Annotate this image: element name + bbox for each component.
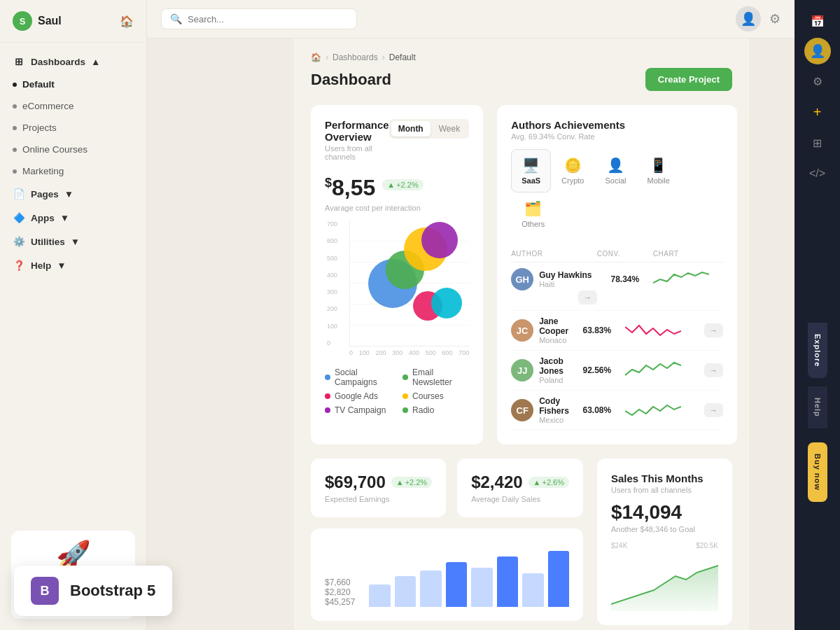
view-btn-guy[interactable]: → xyxy=(511,290,597,304)
sales-area-chart xyxy=(611,555,718,611)
search-input[interactable] xyxy=(294,14,348,24)
bar-chart xyxy=(369,551,569,607)
sidebar-nav: ⊞ Dashboards ▲ Default eCommerce Project… xyxy=(0,43,146,519)
rp-calendar-icon[interactable]: 📅 xyxy=(804,7,832,35)
others-label: Others xyxy=(522,220,545,228)
breadcrumb: 🏠 › Dashboards › Default xyxy=(311,52,732,62)
bottom-row: $69,700 ▲ +2.2% Expected Earnings $2,420… xyxy=(311,458,732,625)
sales-month-goal: Another $48,346 to Goal xyxy=(611,525,718,533)
marketing-dot xyxy=(13,169,17,174)
author-row-cody: CF Cody Fishers Mexico 63.08% xyxy=(511,391,723,430)
crypto-icon: 🪙 xyxy=(564,157,582,174)
author-tabs: 🖥️ SaaS 🪙 Crypto 👤 Social 📱 xyxy=(511,149,723,236)
sidebar-item-marketing[interactable]: Marketing xyxy=(0,160,146,182)
tab-mobile[interactable]: 📱 Mobile xyxy=(636,149,680,192)
tab-crypto[interactable]: 🪙 Crypto xyxy=(551,149,594,192)
x-label-400: 400 xyxy=(409,349,419,356)
page-title: Dashboard xyxy=(311,71,391,89)
x-label-100: 100 xyxy=(359,349,370,356)
avatar-jane: JC xyxy=(511,319,533,342)
main-content: 🔍 👤 ⚙ 🏠 › Dashboards › Default Dashboard… xyxy=(294,0,749,630)
authors-title: Authors Achievements xyxy=(511,119,625,131)
two-col-layout: Performance Overview Users from all chan… xyxy=(311,105,732,444)
online-courses-label: Online Courses xyxy=(22,144,134,155)
help-label: Help xyxy=(31,260,51,271)
help-arrow: ▼ xyxy=(57,260,66,271)
saas-icon: 🖥️ xyxy=(522,157,540,174)
performance-card: Performance Overview Users from all chan… xyxy=(311,105,483,444)
bar-6 xyxy=(497,556,518,607)
rp-code-icon[interactable]: </> xyxy=(804,160,832,188)
topbar: 🔍 👤 ⚙ xyxy=(294,0,749,38)
breadcrumb-sep2: › xyxy=(382,52,385,62)
authors-table-header: AUTHOR CONV. CHART xyxy=(511,246,723,262)
legend-dot-google xyxy=(325,393,330,399)
author-conv-cody: 63.08% xyxy=(569,405,625,415)
bubble-radio xyxy=(431,288,462,318)
y-label-0: 0 xyxy=(327,340,337,346)
view-btn-jane[interactable]: → xyxy=(695,323,723,337)
toggle-week[interactable]: Week xyxy=(432,121,467,136)
rp-avatar[interactable]: 👤 xyxy=(804,38,831,64)
sidebar-item-pages[interactable]: 📄 Pages ▼ xyxy=(0,182,146,206)
avatar-guy: GH xyxy=(511,268,533,290)
help-action[interactable]: Help xyxy=(808,386,827,428)
buy-action[interactable]: Buy now xyxy=(808,442,827,502)
y-label-600: 600 xyxy=(327,237,337,244)
performance-title: Performance Overview xyxy=(325,119,389,143)
y-label-300: 300 xyxy=(327,288,337,295)
sidebar-item-ecommerce[interactable]: eCommerce xyxy=(0,95,146,117)
breadcrumb-home-icon[interactable]: 🏠 xyxy=(311,52,321,62)
toggle-month[interactable]: Month xyxy=(391,121,430,136)
rp-grid-icon[interactable]: ⊞ xyxy=(804,129,832,157)
social-label: Social xyxy=(606,176,626,185)
chart-legend: Social Campaigns Email Newsletter Google… xyxy=(325,368,469,415)
view-btn-jacob[interactable]: → xyxy=(695,363,723,377)
sidebar-item-online-courses[interactable]: Online Courses xyxy=(0,139,146,160)
rp-settings-icon[interactable]: ⚙ xyxy=(804,67,832,95)
legend-dot-social xyxy=(325,374,330,380)
sales-y-labels: $24K $20.5K xyxy=(611,542,718,550)
author-conv-guy: 78.34% xyxy=(597,274,653,284)
tab-others[interactable]: 🗂️ Others xyxy=(511,192,555,236)
legend-dot-tv xyxy=(325,407,330,413)
explore-action[interactable]: Explore xyxy=(808,323,827,378)
legend-dot-courses xyxy=(402,393,408,399)
sidebar-item-help[interactable]: ❓ Help ▼ xyxy=(0,253,146,277)
bubble-tv xyxy=(421,222,458,258)
crypto-label: Crypto xyxy=(561,176,584,185)
sidebar-item-apps[interactable]: 🔷 Apps ▼ xyxy=(0,206,146,230)
sidebar-item-dashboards[interactable]: ⊞ Dashboards ▲ xyxy=(0,50,146,74)
col-author: AUTHOR xyxy=(511,250,597,258)
tab-social[interactable]: 👤 Social xyxy=(595,149,637,192)
rp-add-icon[interactable]: + xyxy=(804,98,832,126)
sidebar-item-default[interactable]: Default xyxy=(0,74,146,95)
page-header: Dashboard Create Project xyxy=(311,68,732,91)
help-icon: ❓ xyxy=(13,259,25,272)
x-label-700: 700 xyxy=(458,349,469,356)
topbar-avatar[interactable]: 👤 xyxy=(736,6,749,31)
author-conv-jacob: 92.56% xyxy=(569,365,625,375)
default-label: Default xyxy=(22,79,134,90)
tab-saas[interactable]: 🖥️ SaaS xyxy=(511,149,551,192)
performance-subtitle: Users from all channels xyxy=(325,144,389,161)
authors-subtitle: Avg. 69.34% Conv. Rate xyxy=(511,132,625,141)
performance-badge: ▲ +2.2% xyxy=(382,179,423,190)
y-205k: $20.5K xyxy=(696,542,718,550)
y-label-400: 400 xyxy=(327,272,337,279)
mobile-icon: 📱 xyxy=(650,157,667,174)
pages-label: Pages xyxy=(31,189,59,200)
mini-chart-cody xyxy=(625,400,695,421)
view-btn-cody[interactable]: → xyxy=(695,403,723,417)
author-row-jane: JC Jane Cooper Monaco 63.83% xyxy=(511,311,723,351)
sidebar-item-projects[interactable]: Projects xyxy=(0,117,146,139)
bootstrap-icon: B xyxy=(31,577,59,605)
legend-courses: Courses xyxy=(402,391,469,401)
create-project-button[interactable]: Create Project xyxy=(645,68,732,91)
sales-month-card: Sales This Months Users from all channel… xyxy=(597,458,732,625)
breadcrumb-dashboards[interactable]: Dashboards xyxy=(332,52,378,62)
search-wrap[interactable]: 🔍 xyxy=(294,8,357,29)
earnings-label: Expected Earnings xyxy=(325,495,432,503)
sidebar-item-utilities[interactable]: ⚙️ Utilities ▼ xyxy=(0,230,146,253)
earnings-badge: ▲ +2.2% xyxy=(391,477,432,488)
